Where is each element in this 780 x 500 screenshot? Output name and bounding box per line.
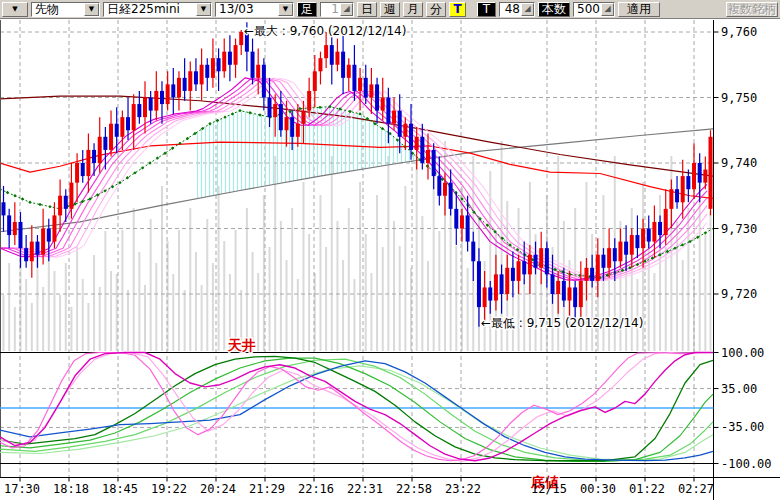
x-axis-label: 18:18 bbox=[53, 482, 89, 496]
candle bbox=[47, 229, 51, 242]
bar-count-label[interactable]: 本数 bbox=[538, 2, 570, 17]
chevron-down-icon: ▼ bbox=[12, 6, 17, 13]
candle bbox=[511, 268, 515, 281]
candle bbox=[562, 281, 566, 301]
period-month-button[interactable]: 月 bbox=[403, 2, 423, 17]
candle bbox=[35, 242, 39, 255]
candle bbox=[568, 287, 572, 300]
category-combobox[interactable]: 先物 ▼ bbox=[31, 2, 100, 17]
symbol-combobox[interactable]: 日経225mini ▼ bbox=[103, 2, 212, 17]
candle bbox=[324, 45, 328, 58]
candle bbox=[426, 150, 430, 163]
period-tick-button[interactable]: T bbox=[449, 2, 466, 17]
candle bbox=[103, 137, 107, 150]
candle bbox=[251, 52, 255, 78]
period-week-button[interactable]: 週 bbox=[380, 2, 400, 17]
chart-application: ▼ 先物 ▼ 日経225mini ▼ 13/03 ▼ 足 1 ◢ 日 週 月 分… bbox=[0, 0, 780, 500]
green-ma-marker bbox=[21, 197, 24, 200]
candle bbox=[69, 183, 73, 209]
candle bbox=[52, 215, 56, 241]
candle bbox=[669, 189, 673, 209]
candle bbox=[500, 274, 504, 294]
bar-count-stepper[interactable]: 500 ◢ bbox=[573, 2, 615, 17]
candle bbox=[590, 268, 594, 281]
x-axis-label: 20:24 bbox=[200, 482, 236, 496]
candle bbox=[120, 117, 124, 137]
x-axis-label: 02:27 bbox=[678, 482, 714, 496]
candle bbox=[115, 124, 119, 137]
candle bbox=[358, 78, 362, 91]
osc-y-axis-label: -35.00 bbox=[721, 420, 764, 434]
chevron-down-icon[interactable]: ▼ bbox=[84, 3, 99, 16]
candle bbox=[262, 65, 266, 98]
candle bbox=[194, 71, 198, 84]
candle bbox=[92, 150, 96, 163]
candle bbox=[596, 255, 600, 281]
candle bbox=[613, 248, 617, 261]
candle bbox=[126, 117, 130, 130]
candle bbox=[635, 235, 639, 248]
candle bbox=[454, 209, 458, 229]
candle bbox=[58, 196, 62, 216]
candle bbox=[268, 98, 272, 118]
candle bbox=[2, 202, 6, 215]
interval-stepper[interactable]: 1 ◢ bbox=[320, 2, 354, 17]
y-axis-label: 9,720 bbox=[721, 287, 757, 301]
candle bbox=[341, 52, 345, 78]
period-minute-button[interactable]: 分 bbox=[426, 2, 446, 17]
candle bbox=[86, 150, 90, 176]
candle bbox=[698, 163, 702, 183]
candle bbox=[188, 71, 192, 91]
candle bbox=[171, 84, 175, 97]
candle bbox=[477, 261, 481, 307]
spinner-icon[interactable]: ◢ bbox=[340, 3, 353, 16]
spinner-icon[interactable]: ◢ bbox=[601, 3, 614, 16]
category-value: 先物 bbox=[32, 3, 84, 16]
candle bbox=[313, 71, 317, 91]
candle bbox=[205, 65, 209, 78]
x-axis-label: 17:30 bbox=[4, 482, 40, 496]
candle bbox=[335, 52, 339, 65]
candle bbox=[143, 98, 147, 118]
period-day-button[interactable]: 日 bbox=[357, 2, 377, 17]
candle bbox=[494, 274, 498, 300]
apply-button[interactable]: 適用 bbox=[618, 2, 660, 17]
candle bbox=[285, 117, 289, 130]
candle bbox=[443, 183, 447, 196]
tick-count-stepper[interactable]: 48 ◢ bbox=[499, 2, 535, 17]
candle bbox=[556, 281, 560, 294]
osc-y-axis-label: 35.00 bbox=[721, 382, 757, 396]
candle bbox=[528, 255, 532, 275]
candle bbox=[137, 104, 141, 117]
chart-menu-dropdown-button[interactable]: ▼ bbox=[2, 2, 28, 17]
green-ma-marker bbox=[48, 205, 51, 208]
candle bbox=[658, 222, 662, 235]
candle bbox=[177, 78, 181, 98]
green-ma-marker bbox=[13, 194, 16, 197]
chevron-down-icon[interactable]: ▼ bbox=[278, 3, 293, 16]
candle bbox=[30, 242, 34, 262]
multi-symbol-button[interactable]: 複数銘柄 bbox=[726, 2, 778, 17]
candle bbox=[466, 215, 470, 241]
candle bbox=[166, 84, 170, 104]
bar-type-button[interactable]: 足 bbox=[297, 2, 317, 17]
candle bbox=[664, 209, 668, 235]
chevron-down-icon[interactable]: ▼ bbox=[196, 3, 211, 16]
x-axis-label: 19:22 bbox=[151, 482, 187, 496]
tick-count-label[interactable]: T bbox=[477, 2, 496, 17]
contract-month-combobox[interactable]: 13/03 ▼ bbox=[215, 2, 294, 17]
candle bbox=[41, 229, 45, 255]
candle bbox=[290, 117, 294, 137]
candle bbox=[703, 170, 707, 183]
candle bbox=[415, 137, 419, 150]
spinner-icon[interactable]: ◢ bbox=[521, 3, 534, 16]
candle bbox=[641, 229, 645, 249]
candle bbox=[149, 98, 153, 111]
candle bbox=[154, 91, 158, 111]
rci-mid-green bbox=[0, 358, 713, 461]
candle bbox=[432, 150, 436, 176]
price-chart: 9,7609,7509,7409,7309,720100.0035.00-35.… bbox=[0, 0, 780, 500]
y-axis-label: 9,760 bbox=[721, 25, 757, 39]
x-axis-label: 22:31 bbox=[347, 482, 383, 496]
candle bbox=[7, 215, 11, 235]
